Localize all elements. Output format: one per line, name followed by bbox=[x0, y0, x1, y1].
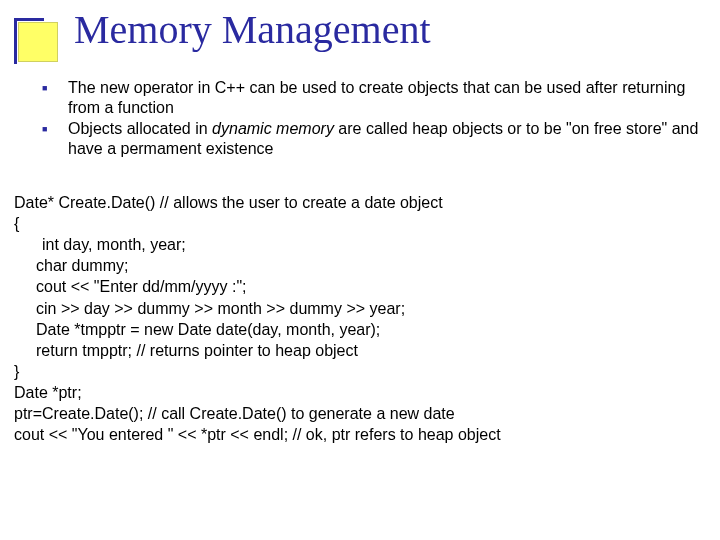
bullet-text: Objects allocated in dynamic memory are … bbox=[68, 119, 704, 158]
code-line: } bbox=[14, 361, 706, 382]
code-line: char dummy; bbox=[14, 255, 706, 276]
slide: Memory Management ■ The new operator in … bbox=[0, 0, 720, 540]
code-line: return tmpptr; // returns pointer to hea… bbox=[14, 340, 706, 361]
bullet-icon: ■ bbox=[42, 119, 68, 158]
bullet-item: ■ The new operator in C++ can be used to… bbox=[42, 78, 704, 117]
accent-l-shape bbox=[14, 18, 44, 64]
bullet-text-pre: Objects allocated in bbox=[68, 120, 212, 137]
bullet-item: ■ Objects allocated in dynamic memory ar… bbox=[42, 119, 704, 158]
bullet-list: ■ The new operator in C++ can be used to… bbox=[42, 78, 704, 160]
bullet-text-em: dynamic memory bbox=[212, 120, 334, 137]
bullet-icon: ■ bbox=[42, 78, 68, 117]
code-line: Date* Create.Date() // allows the user t… bbox=[14, 192, 706, 213]
code-line: int day, month, year; bbox=[14, 234, 706, 255]
code-line: cin >> day >> dummy >> month >> dummy >>… bbox=[14, 298, 706, 319]
code-line: Date *tmpptr = new Date date(day, month,… bbox=[14, 319, 706, 340]
bullet-text: The new operator in C++ can be used to c… bbox=[68, 78, 704, 117]
code-line: Date *ptr; bbox=[14, 382, 706, 403]
code-line: cout << "You entered " << *ptr << endl; … bbox=[14, 424, 706, 445]
code-line: cout << "Enter dd/mm/yyyy :"; bbox=[14, 276, 706, 297]
slide-title: Memory Management bbox=[74, 6, 431, 53]
code-block: Date* Create.Date() // allows the user t… bbox=[14, 192, 706, 445]
code-line: ptr=Create.Date(); // call Create.Date()… bbox=[14, 403, 706, 424]
code-line: { bbox=[14, 213, 706, 234]
